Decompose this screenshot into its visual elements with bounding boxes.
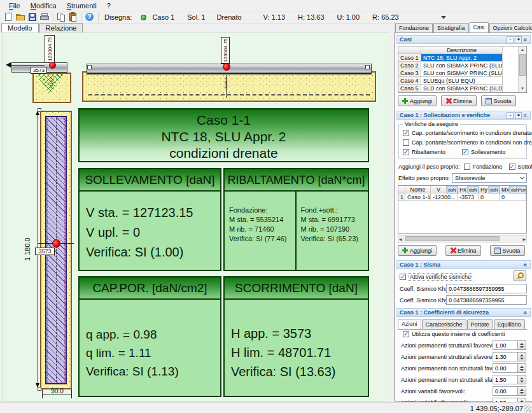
soll-pin-button[interactable]: ●	[515, 112, 522, 119]
scroll-up-icon[interactable]: ▲	[519, 46, 526, 53]
khx-input[interactable]	[446, 284, 527, 293]
coeff-spin-5[interactable]	[493, 386, 526, 396]
coeff-spin-2[interactable]	[493, 352, 526, 361]
sisma-tools-button[interactable]	[514, 270, 526, 281]
tab-casi[interactable]: Casi	[470, 22, 489, 32]
coeff-spin-1[interactable]	[493, 340, 526, 350]
chk-fondazione[interactable]	[464, 164, 470, 170]
casi-group-header[interactable]: Casi - ● «	[396, 35, 531, 44]
sisma-group-header[interactable]: Caso 1 : Sisma «	[396, 260, 531, 269]
casi-aggiungi-button[interactable]: Aggiungi	[398, 95, 437, 106]
disegna-dropdown-arrow[interactable]	[441, 16, 446, 19]
scroll-right-icon[interactable]: ▶	[522, 237, 526, 241]
menu-modifica[interactable]: Modifica	[25, 1, 62, 11]
casi-row-5-desc[interactable]: SLD con SISMAX PRINC (SLD)	[421, 85, 503, 92]
grid-col-v[interactable]: V	[431, 186, 447, 193]
casi-row-1[interactable]: Caso 1 NTC 18, SLU Appr. 2	[398, 54, 526, 62]
casi-row-2[interactable]: Caso 2 SLU con SISMAX PRINC (SLU Appr...	[398, 62, 526, 69]
tab-modello[interactable]: Modello	[1, 23, 39, 32]
tab-equilibrio[interactable]: Equilibrio	[494, 319, 525, 329]
sollecitazioni-group-header[interactable]: Caso 1 : Sollecitazioni e verifiche - ● …	[396, 111, 531, 120]
grid-row-mx[interactable]: 0	[500, 193, 526, 201]
chk-non-drenate[interactable]: Cap. portante/scorrimento in condizioni …	[403, 139, 532, 146]
paste-icon[interactable]	[68, 12, 79, 22]
checkbox-checked-icon[interactable]	[403, 149, 409, 155]
tab-caratteristiche[interactable]: Caratteristiche	[422, 319, 466, 329]
grid-unit-mx[interactable]: daN*cm	[510, 186, 526, 193]
checkbox-checked-icon[interactable]	[403, 130, 409, 136]
disegna-drenato[interactable]: Drenato	[216, 13, 241, 21]
casi-row-4-desc[interactable]: SLUEqu (SLU EQU)	[421, 77, 503, 85]
chk-ribaltamento[interactable]: Ribaltamento	[403, 149, 445, 155]
casi-row-2-name[interactable]: Caso 2	[398, 62, 421, 69]
casi-row-3-desc[interactable]: SLU con SISMAY PRINC (SLU Appr...	[421, 69, 503, 77]
chk-sollevamento[interactable]: Sollevamento	[462, 149, 506, 155]
grid-row-hy[interactable]: 0	[479, 193, 500, 201]
checkbox-checked-icon[interactable]	[400, 274, 406, 280]
open-folder-icon[interactable]	[15, 12, 26, 22]
casi-svuota-button[interactable]: Svuota	[481, 95, 516, 106]
casi-row-3[interactable]: Caso 3 SLU con SISMAY PRINC (SLU Appr...	[398, 69, 526, 77]
chk-sottofondo[interactable]	[509, 164, 515, 170]
scrollbar-thumb[interactable]	[519, 54, 526, 76]
menu-strumenti[interactable]: Strumenti	[62, 1, 102, 11]
grid-unit-v[interactable]: daN	[447, 186, 458, 193]
casi-row-1-name[interactable]: Caso 1	[398, 54, 421, 62]
casi-minimize-button[interactable]: -	[507, 36, 514, 43]
loads-elimina-button[interactable]: Elimina	[445, 245, 481, 256]
checkbox-checked-icon[interactable]	[462, 149, 468, 155]
grid-col-my[interactable]: My	[526, 186, 527, 193]
casi-collapse-icon[interactable]: «	[522, 38, 529, 41]
tab-fondazione[interactable]: Fondazione	[395, 23, 433, 32]
coeff-spin-3[interactable]	[493, 363, 526, 373]
casi-row-4-name[interactable]: Caso 4	[398, 77, 421, 85]
khy-input[interactable]	[446, 295, 527, 305]
hscrollbar-thumb[interactable]	[405, 236, 500, 241]
tab-stratigrafia[interactable]: Stratigrafia	[433, 23, 469, 32]
chk-drenate[interactable]: Cap. portante/scorrimento in condizioni …	[403, 130, 532, 136]
effetto-combobox[interactable]: Sfavorevole	[452, 173, 527, 183]
loads-svuota-button[interactable]: Svuota	[490, 245, 525, 256]
panel-splitter[interactable]	[389, 32, 394, 402]
casi-row-5[interactable]: Caso 5 SLD con SISMAX PRINC (SLD)	[398, 85, 526, 92]
coeff-value-1[interactable]	[493, 340, 518, 350]
coeff-group-header[interactable]: Caso 1 : Coefficienti di sicurezza «	[396, 308, 531, 317]
save-icon[interactable]	[27, 12, 38, 22]
grid-col-nome[interactable]: Nome	[405, 186, 431, 193]
casi-table-scrollbar[interactable]: ▲ ▼	[518, 46, 526, 92]
checkbox-unchecked-icon[interactable]	[403, 139, 409, 146]
grid-row-hx[interactable]: -3573	[458, 193, 479, 201]
menu-help[interactable]: ?	[102, 1, 116, 11]
loads-grid-row-1[interactable]: 1 Caso 1-1... -12300... -3573 0 0 0	[398, 193, 526, 201]
soll-minimize-button[interactable]: -	[507, 112, 514, 119]
spinner-arrows-icon[interactable]	[518, 386, 526, 396]
grid-unit-hx[interactable]: daN	[468, 186, 479, 193]
checkbox-checked-icon[interactable]	[403, 331, 409, 337]
tab-opzioni-calcolo[interactable]: Opzioni Calcolo	[489, 23, 532, 32]
spinner-arrows-icon[interactable]	[518, 352, 526, 361]
casi-col-descrizione[interactable]: Descrizione	[421, 46, 503, 54]
casi-pin-button[interactable]: ●	[515, 36, 522, 43]
casi-row-5-name[interactable]: Caso 5	[398, 85, 421, 92]
casi-row-3-name[interactable]: Caso 3	[398, 69, 421, 77]
coeff-spin-4[interactable]	[493, 375, 526, 384]
coeff-value-3[interactable]	[493, 363, 518, 373]
casi-row-2-desc[interactable]: SLU con SISMAX PRINC (SLU Appr...	[421, 62, 503, 69]
disegna-caso[interactable]: Caso 1	[152, 13, 174, 21]
spinner-arrows-icon[interactable]	[518, 363, 526, 373]
tab-relazione[interactable]: Relazione	[39, 23, 83, 32]
sisma-collapse-icon[interactable]: «	[522, 263, 529, 267]
menu-file[interactable]: File	[4, 1, 25, 11]
loads-aggiungi-button[interactable]: Aggiungi	[398, 245, 437, 256]
resize-grip[interactable]	[524, 405, 531, 412]
coeff-value-4[interactable]	[493, 375, 518, 384]
drawing-canvas[interactable]: 123004.75 3573 4118.4 123004.75 4118.4 1…	[2, 32, 391, 402]
grid-row-v[interactable]: -12300...	[431, 193, 458, 201]
casi-row-4[interactable]: Caso 4 SLUEqu (SLU EQU)	[398, 77, 526, 85]
tab-azioni[interactable]: Azioni	[398, 319, 421, 329]
chk-utilizza[interactable]: Utilizza questo insieme di coefficienti	[403, 331, 505, 337]
casi-elimina-button[interactable]: Elimina	[441, 95, 477, 106]
casi-row-1-desc[interactable]: NTC 18, SLU Appr. 2	[421, 54, 503, 62]
grid-col-hy[interactable]: Hy	[479, 186, 489, 193]
grid-unit-hy[interactable]: daN	[489, 186, 500, 193]
